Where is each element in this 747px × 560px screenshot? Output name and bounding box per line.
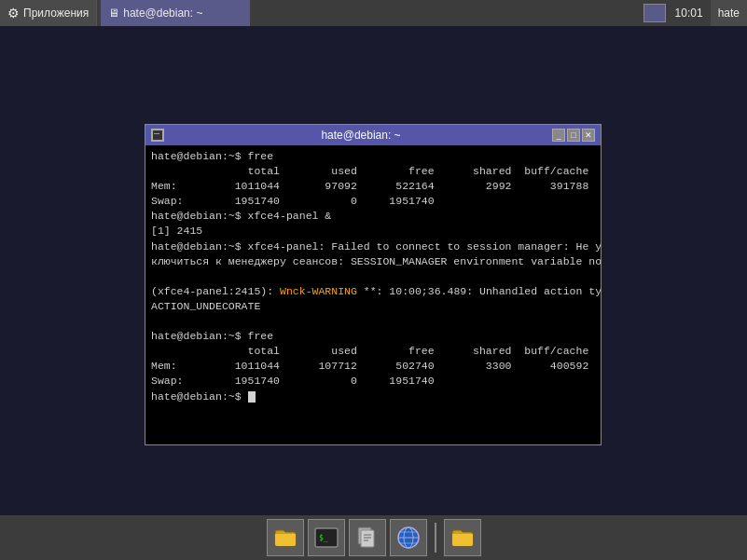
minimize-button[interactable]: _ xyxy=(552,129,565,142)
svg-rect-1 xyxy=(154,133,159,134)
panel-icon-folder2[interactable] xyxy=(444,519,481,556)
desktop: hate@debian: ~ _ □ ✕ hate@debian:~$ free… xyxy=(0,26,747,520)
terminal-taskbar-label: hate@debian: ~ xyxy=(123,7,202,20)
terminal-taskbar-icon: 🖥 xyxy=(108,7,119,20)
close-button[interactable]: ✕ xyxy=(582,129,595,142)
bottom-panel: $_ xyxy=(0,515,747,560)
terminal-title-icon xyxy=(151,129,164,142)
maximize-button[interactable]: □ xyxy=(567,129,580,142)
apps-menu-icon: ⚙ xyxy=(7,6,20,20)
panel-icon-files[interactable] xyxy=(349,519,386,556)
terminal-titlebar[interactable]: hate@debian: ~ _ □ ✕ xyxy=(145,125,601,145)
panel-icon-globe[interactable] xyxy=(390,519,427,556)
terminal-taskbar[interactable]: 🖥 hate@debian: ~ xyxy=(101,0,250,26)
apps-menu-label: Приложения xyxy=(23,7,89,20)
panel-icon-terminal[interactable]: $_ xyxy=(308,519,345,556)
svg-rect-0 xyxy=(153,130,162,140)
panel-icon-folder1[interactable] xyxy=(267,519,304,556)
panel-username: hate xyxy=(711,0,747,26)
panel-window-button[interactable] xyxy=(643,4,666,22)
terminal-content: hate@debian:~$ free total used free shar… xyxy=(151,150,601,403)
terminal-title-text: hate@debian: ~ xyxy=(170,129,552,142)
terminal-controls: _ □ ✕ xyxy=(552,129,595,142)
svg-text:$_: $_ xyxy=(319,534,328,542)
top-panel: ⚙ Приложения 🖥 hate@debian: ~ 10:01 hate xyxy=(0,0,747,26)
svg-rect-5 xyxy=(361,530,374,547)
apps-menu[interactable]: ⚙ Приложения xyxy=(0,0,97,26)
terminal-window: hate@debian: ~ _ □ ✕ hate@debian:~$ free… xyxy=(145,124,602,445)
panel-separator xyxy=(435,523,436,553)
terminal-body: hate@debian:~$ free total used free shar… xyxy=(145,145,601,444)
panel-clock: 10:01 xyxy=(668,7,711,20)
